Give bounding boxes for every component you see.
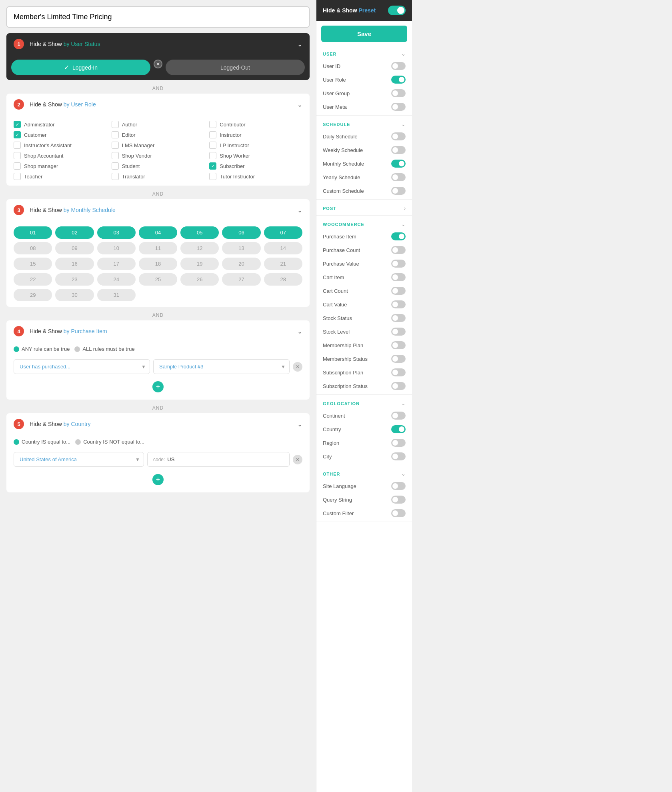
month-day[interactable]: 28 xyxy=(264,273,302,286)
role-item[interactable]: Teacher xyxy=(14,173,107,180)
toggle-yearly-schedule[interactable] xyxy=(391,173,406,181)
month-day[interactable]: 17 xyxy=(97,258,136,270)
country-header[interactable]: 5 Hide & Show by Country ⌄ xyxy=(6,413,310,435)
role-checkbox[interactable]: ✓ xyxy=(209,162,216,170)
role-item[interactable]: Shop Worker xyxy=(209,152,302,159)
month-day[interactable]: 14 xyxy=(264,242,302,254)
toggle-membership-plan[interactable] xyxy=(391,341,406,349)
role-item[interactable]: Student xyxy=(112,162,205,170)
month-day[interactable]: 19 xyxy=(180,258,219,270)
month-day[interactable]: 24 xyxy=(97,273,136,286)
sidebar-section-header-schedule[interactable]: SCHEDULE⌄ xyxy=(316,117,412,130)
any-rule-option[interactable]: ANY rule can be true xyxy=(14,346,70,352)
toggle-country[interactable] xyxy=(391,425,406,433)
role-item[interactable]: Contributor xyxy=(209,121,302,128)
logged-in-tab[interactable]: ✓ Logged-In xyxy=(11,60,150,75)
toggle-user-meta[interactable] xyxy=(391,103,406,111)
user-role-chevron[interactable]: ⌄ xyxy=(297,101,302,108)
month-day[interactable]: 13 xyxy=(222,242,260,254)
role-item[interactable]: Shop manager xyxy=(14,162,107,170)
toggle-stock-status[interactable] xyxy=(391,314,406,322)
toggle-city[interactable] xyxy=(391,452,406,460)
product-dropdown[interactable]: Sample Product #3 xyxy=(153,359,290,374)
month-day[interactable]: 26 xyxy=(180,273,219,286)
sidebar-section-chevron-user[interactable]: ⌄ xyxy=(401,51,406,57)
toggle-site-language[interactable] xyxy=(391,482,406,490)
role-item[interactable]: ✓Administrator xyxy=(14,121,107,128)
month-day[interactable]: 25 xyxy=(139,273,177,286)
add-country-rule-button[interactable]: + xyxy=(152,474,164,485)
purchase-item-chevron[interactable]: ⌄ xyxy=(297,328,302,335)
month-day[interactable]: 21 xyxy=(264,258,302,270)
role-checkbox[interactable] xyxy=(209,131,216,138)
role-item[interactable]: Editor xyxy=(112,131,205,138)
sidebar-section-header-other[interactable]: OTHER⌄ xyxy=(316,467,412,479)
role-checkbox[interactable] xyxy=(112,152,119,159)
role-item[interactable]: Author xyxy=(112,121,205,128)
role-checkbox[interactable] xyxy=(209,121,216,128)
month-day[interactable]: 03 xyxy=(97,226,136,239)
toggle-cart-item[interactable] xyxy=(391,273,406,281)
all-rules-option[interactable]: ALL rules must be true xyxy=(74,346,134,352)
country-chevron[interactable]: ⌄ xyxy=(297,420,302,428)
role-checkbox[interactable] xyxy=(112,162,119,170)
role-checkbox[interactable] xyxy=(209,173,216,180)
toggle-purchase-value[interactable] xyxy=(391,260,406,268)
sidebar-section-chevron-geolocation[interactable]: ⌄ xyxy=(401,400,406,406)
role-checkbox[interactable]: ✓ xyxy=(14,121,21,128)
month-day[interactable]: 30 xyxy=(55,289,94,301)
month-day[interactable]: 09 xyxy=(55,242,94,254)
role-item[interactable]: Instructor xyxy=(209,131,302,138)
month-day[interactable]: 31 xyxy=(97,289,136,301)
user-status-header[interactable]: 1 Hide & Show by User Status ⌄ xyxy=(6,33,310,55)
month-day[interactable]: 04 xyxy=(139,226,177,239)
toggle-monthly-schedule[interactable] xyxy=(391,160,406,168)
monthly-schedule-chevron[interactable]: ⌄ xyxy=(297,206,302,214)
toggle-custom-filter[interactable] xyxy=(391,509,406,517)
month-day[interactable]: 11 xyxy=(139,242,177,254)
role-checkbox[interactable] xyxy=(14,142,21,149)
country-select[interactable]: United States of America xyxy=(14,452,144,467)
role-checkbox[interactable] xyxy=(209,142,216,149)
role-item[interactable]: LP Instructor xyxy=(209,142,302,149)
sidebar-section-chevron-post[interactable]: › xyxy=(404,205,406,211)
role-checkbox[interactable] xyxy=(14,152,21,159)
remove-purchase-rule-button[interactable]: ✕ xyxy=(293,362,302,372)
toggle-custom-schedule[interactable] xyxy=(391,187,406,195)
user-status-chevron[interactable]: ⌄ xyxy=(297,40,302,48)
toggle-subscription-plan[interactable] xyxy=(391,368,406,376)
role-checkbox[interactable] xyxy=(112,142,119,149)
role-item[interactable]: ✓Customer xyxy=(14,131,107,138)
toggle-user-role[interactable] xyxy=(391,76,406,84)
month-day[interactable]: 16 xyxy=(55,258,94,270)
month-day[interactable]: 29 xyxy=(14,289,52,301)
role-item[interactable]: LMS Manager xyxy=(112,142,205,149)
condition-dropdown[interactable]: User has purchased... xyxy=(14,359,150,374)
toggle-user-id[interactable] xyxy=(391,62,406,70)
role-checkbox[interactable] xyxy=(14,173,21,180)
preset-toggle[interactable] xyxy=(388,6,406,15)
purchase-item-header[interactable]: 4 Hide & Show by Purchase Item ⌄ xyxy=(6,320,310,342)
page-title-input[interactable] xyxy=(6,6,310,28)
remove-country-rule-button[interactable]: ✕ xyxy=(293,455,302,464)
role-item[interactable]: Translator xyxy=(112,173,205,180)
sidebar-section-chevron-woocommerce[interactable]: ⌄ xyxy=(401,221,406,227)
month-day[interactable]: 18 xyxy=(139,258,177,270)
toggle-query-string[interactable] xyxy=(391,496,406,504)
toggle-purchase-item[interactable] xyxy=(391,232,406,240)
month-day[interactable]: 23 xyxy=(55,273,94,286)
month-day[interactable]: 15 xyxy=(14,258,52,270)
toggle-continent[interactable] xyxy=(391,412,406,420)
role-item[interactable]: ✓Subscriber xyxy=(209,162,302,170)
toggle-stock-level[interactable] xyxy=(391,328,406,336)
month-day[interactable]: 07 xyxy=(264,226,302,239)
user-role-header[interactable]: 2 Hide & Show by User Role ⌄ xyxy=(6,94,310,115)
toggle-membership-status[interactable] xyxy=(391,355,406,363)
role-item[interactable]: Tutor Instructor xyxy=(209,173,302,180)
role-checkbox[interactable] xyxy=(112,173,119,180)
month-day[interactable]: 10 xyxy=(97,242,136,254)
month-day[interactable]: 12 xyxy=(180,242,219,254)
month-day[interactable]: 05 xyxy=(180,226,219,239)
month-day[interactable]: 06 xyxy=(222,226,260,239)
role-checkbox[interactable]: ✓ xyxy=(14,131,21,138)
